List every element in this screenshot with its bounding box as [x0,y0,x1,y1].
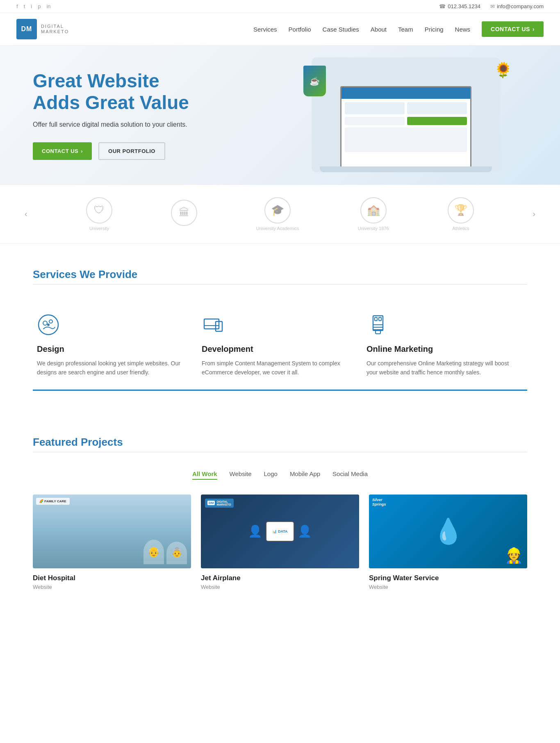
linkedin-icon[interactable]: in [46,3,50,9]
brand-text: DIGITAL MARKETO [41,24,69,34]
project-jet-name: Jet Airplane [201,574,359,582]
nav-about[interactable]: About [371,26,387,33]
email-info: ✉ info@company.com [490,3,544,9]
athletics-icon: 🏆 [448,197,474,223]
logos-prev-button[interactable]: ‹ [25,209,27,219]
hero-content: Great Website Adds Great Value Offer ful… [33,70,189,160]
project-water-thumbnail: SilverSprings 💧 👷 [369,495,527,568]
filter-website[interactable]: Website [230,469,252,480]
university-3-icon: 🎓 [264,197,291,223]
top-bar: f t i p in ☎ 012.345.1234 ✉ info@company… [0,0,560,13]
marketing-icon [367,313,389,336]
services-title: Services We Provide [33,268,527,281]
hero-section: Great Website Adds Great Value Offer ful… [0,46,560,185]
development-icon [202,313,225,336]
nav-contact-arrow: › [533,26,535,32]
nav-news[interactable]: News [455,26,471,33]
navbar: DM DIGITAL MARKETO Services Portfolio Ca… [0,13,560,46]
nav-casestudies[interactable]: Case Studies [323,26,359,33]
marketing-title: Online Marketing [367,344,511,354]
projects-grid: 🌳 👨‍👩‍👧 👴 👵 🌈 FAMILY CARE Diet Hospital … [33,495,527,590]
nav-team[interactable]: Team [398,26,413,33]
project-spring-water[interactable]: SilverSprings 💧 👷 Spring Water Service W… [369,495,527,590]
project-diet-type: Website [33,584,191,590]
filter-mobile[interactable]: Mobile App [290,469,320,480]
university-1-label: University [89,226,109,231]
phone-icon: ☎ [439,3,446,9]
svg-point-1 [43,321,47,325]
hero-contact-button[interactable]: CONTACT US › [33,142,92,160]
design-desc: We design professional looking yet simpl… [37,359,181,377]
service-development: Development From simple Content Manageme… [198,301,362,391]
services-grid: Design We design professional looking ye… [33,301,527,391]
services-section: Services We Provide Design We design pro… [0,244,560,415]
hero-contact-arrow: › [81,148,83,154]
twitter-icon[interactable]: t [24,3,25,9]
svg-rect-8 [375,317,377,321]
design-title: Design [37,344,181,354]
hero-title-line2: Adds Great Value [33,92,189,113]
hero-buttons: CONTACT US › OUR PORTFOLIO [33,142,189,160]
university-1-icon: 🛡 [86,197,112,223]
filter-social[interactable]: Social Media [332,469,368,480]
email-address: info@company.com [497,3,544,9]
logo-item-1: 🛡 University [86,197,112,231]
brand-name: DIGITAL [41,24,69,29]
university-3-label: University Academics [256,226,299,231]
hero-subtitle: Offer full service digital media solutio… [33,121,189,128]
svg-rect-4 [204,319,219,329]
hero-contact-label: CONTACT US [42,148,78,154]
logo-box: DM [16,19,37,39]
development-title: Development [202,344,346,354]
marketing-desc: Our comprehensive Online Marketing strat… [367,359,511,377]
phone-info: ☎ 012.345.1234 [439,3,480,9]
nav-links: Services Portfolio Case Studies About Te… [253,21,544,37]
project-jet-type: Website [201,584,359,590]
nav-portfolio[interactable]: Portfolio [289,26,311,33]
logo[interactable]: DM DIGITAL MARKETO [16,19,69,39]
logos-next-button[interactable]: › [533,209,535,219]
filter-all[interactable]: All Work [192,469,217,480]
projects-divider [33,452,527,452]
social-links: f t i p in [16,3,51,9]
hero-image: ☕ 🌻 [252,46,560,185]
instagram-icon[interactable]: i [31,3,32,9]
hero-portfolio-button[interactable]: OUR PORTFOLIO [98,142,165,160]
phone-number: 012.345.1234 [448,3,480,9]
brand-sub: MARKETO [41,29,69,34]
development-desc: From simple Content Management System to… [202,359,346,377]
nav-contact-label: CONTACT US [491,26,530,32]
nav-pricing[interactable]: Pricing [425,26,444,33]
design-icon [37,313,60,336]
email-icon: ✉ [490,3,495,9]
service-marketing: Online Marketing Our comprehensive Onlin… [362,301,527,391]
hero-title: Great Website Adds Great Value [33,70,189,114]
filter-logo[interactable]: Logo [264,469,278,480]
project-water-name: Spring Water Service [369,574,527,582]
nav-contact-button[interactable]: CONTACT US › [482,21,544,37]
svg-point-2 [49,320,52,323]
services-divider [33,284,527,285]
projects-section: Featured Projects All Work Website Logo … [0,415,560,611]
project-jet-airplane[interactable]: DM DIGITALMARKETO 👤 📊 DATA 👤 Jet Airplan… [201,495,359,590]
facebook-icon[interactable]: f [16,3,18,9]
contact-info: ☎ 012.345.1234 ✉ info@company.com [439,3,544,9]
projects-filter: All Work Website Logo Mobile App Social … [33,469,527,480]
project-diet-thumbnail: 🌳 👨‍👩‍👧 👴 👵 🌈 FAMILY CARE [33,495,191,568]
hero-portfolio-label: OUR PORTFOLIO [108,148,155,154]
nav-services[interactable]: Services [253,26,277,33]
pinterest-icon[interactable]: p [38,3,41,9]
university-4-icon: 🏫 [360,197,387,223]
athletics-label: Athletics [452,226,469,231]
service-design: Design We design professional looking ye… [33,301,198,391]
logo-item-3: 🎓 University Academics [256,197,299,231]
project-diet-hospital[interactable]: 🌳 👨‍👩‍👧 👴 👵 🌈 FAMILY CARE Diet Hospital … [33,495,191,590]
hero-title-line1: Great Website [33,70,159,91]
university-4-label: University 1876 [358,226,389,231]
projects-title: Featured Projects [33,436,527,449]
project-diet-name: Diet Hospital [33,574,191,582]
project-jet-thumbnail: DM DIGITALMARKETO 👤 📊 DATA 👤 [201,495,359,568]
logo-item-2: 🏛 [171,200,197,228]
university-2-icon: 🏛 [171,200,197,226]
logos-strip: ‹ 🛡 University 🏛 🎓 University Academics … [0,185,560,244]
